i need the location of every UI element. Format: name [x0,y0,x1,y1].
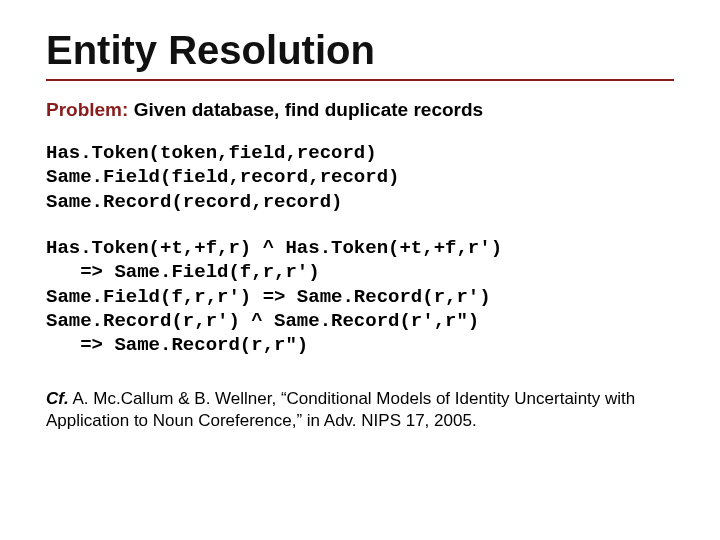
predicate-block: Has.Token(token,field,record) Same.Field… [46,141,674,214]
problem-statement: Problem: Given database, find duplicate … [46,99,674,121]
rules-block: Has.Token(+t,+f,r) ^ Has.Token(+t,+f,r')… [46,236,674,358]
citation-text: A. Mc.Callum & B. Wellner, “Conditional … [46,389,635,431]
citation-cf: Cf. [46,389,69,408]
citation: Cf. A. Mc.Callum & B. Wellner, “Conditio… [46,388,674,434]
title-underline [46,79,674,81]
slide-title: Entity Resolution [46,28,674,73]
slide: Entity Resolution Problem: Given databas… [0,0,720,540]
problem-label: Problem: [46,99,128,120]
problem-text: Given database, find duplicate records [128,99,483,120]
